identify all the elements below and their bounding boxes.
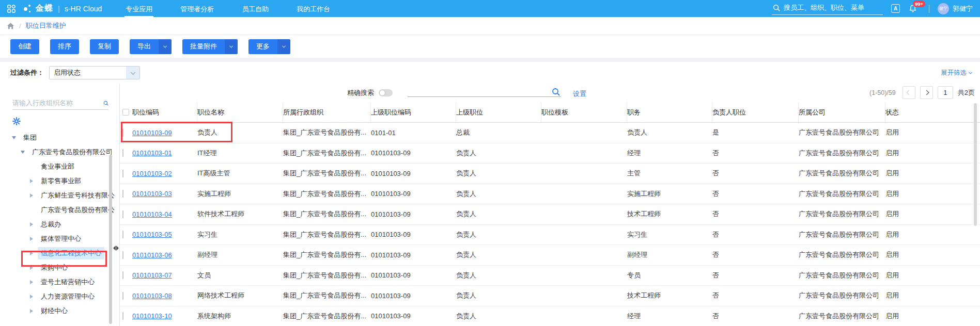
chevron-down-icon[interactable]: [126, 67, 139, 79]
tree-item[interactable]: 人力资源管理中心: [0, 289, 119, 304]
position-code-link[interactable]: 01010103-02: [132, 170, 172, 177]
tree-expanded-icon[interactable]: [11, 136, 17, 139]
tree-item[interactable]: 广东壹号食品股份有限公: [0, 203, 119, 217]
table-cell: 广东壹号食品股份有限公司: [799, 209, 885, 219]
search-settings-link[interactable]: 设置: [573, 89, 586, 99]
tree-collapsed-icon[interactable]: [29, 280, 34, 284]
tree-collapsed-icon[interactable]: [29, 222, 34, 226]
row-checkbox[interactable]: [122, 129, 123, 137]
apps-grid-icon[interactable]: [7, 5, 15, 13]
tree-item[interactable]: 信息化工程技术中心: [0, 246, 119, 260]
toolbar-button[interactable]: 批量附件: [182, 39, 238, 54]
column-header[interactable]: 上级职位: [456, 102, 541, 122]
language-icon[interactable]: A: [891, 4, 900, 13]
sidebar-scrollbar[interactable]: [109, 155, 112, 324]
page-number-input[interactable]: [938, 86, 953, 99]
user-menu[interactable]: 健宁 郭健宁: [938, 3, 973, 14]
tree-item[interactable]: 广东壹号食品股份有限公司: [0, 145, 119, 159]
row-checkbox[interactable]: [122, 210, 123, 218]
tree-collapsed-icon[interactable]: [29, 193, 34, 198]
cell-position-code: 01010103-07: [132, 271, 197, 279]
tree-item[interactable]: 壹号土猪营销中心: [0, 275, 119, 289]
column-header[interactable]: 状态: [885, 102, 980, 122]
search-icon[interactable]: [103, 100, 108, 107]
chevron-down-icon[interactable]: [159, 39, 172, 54]
breadcrumb-page-title[interactable]: 职位日常维护: [26, 21, 66, 30]
tree-collapsed-icon[interactable]: [29, 237, 34, 241]
column-header[interactable]: 职位名称: [197, 102, 283, 122]
search-icon[interactable]: [552, 88, 560, 96]
column-header[interactable]: 所属行政组织: [283, 102, 371, 122]
position-code-link[interactable]: 01010103-09: [132, 129, 172, 137]
table-cell: 主管: [627, 169, 712, 178]
tree-item[interactable]: 广东鲜生壹号科技有限公: [0, 188, 119, 203]
tree-item[interactable]: 总裁办: [0, 217, 119, 232]
position-code-link[interactable]: 01010103-06: [132, 251, 172, 259]
position-code-link[interactable]: 01010103-03: [132, 190, 172, 198]
toolbar-button[interactable]: 排序: [50, 39, 79, 54]
avatar[interactable]: 健宁: [938, 3, 949, 14]
row-checkbox[interactable]: [122, 292, 123, 300]
chevron-down-icon[interactable]: [277, 39, 290, 54]
toolbar-button[interactable]: 复制: [90, 39, 119, 54]
sidebar-splitter-handle[interactable]: [113, 246, 119, 251]
tree-item[interactable]: 媒体管理中心: [0, 232, 119, 246]
tree-item[interactable]: 财经中心: [0, 304, 119, 318]
chevron-down-icon[interactable]: [225, 39, 238, 54]
nav-menu-item[interactable]: 管理者分析: [179, 1, 215, 17]
tree-expanded-icon[interactable]: [20, 151, 25, 154]
position-code-link[interactable]: 01010103-10: [132, 312, 172, 320]
tree-item[interactable]: 采购中心: [0, 260, 119, 275]
position-code-link[interactable]: 01010103-05: [132, 231, 172, 238]
tree-item[interactable]: 新零售事业部: [0, 174, 119, 188]
column-header[interactable]: 上级职位编码: [371, 102, 456, 122]
home-icon[interactable]: [7, 22, 14, 30]
notification-badge: 99+: [913, 1, 925, 7]
column-header[interactable]: 职位模板: [541, 102, 627, 122]
select-all-checkbox[interactable]: [122, 109, 129, 116]
expand-filter-link[interactable]: 展开筛选: [941, 69, 972, 77]
position-code-link[interactable]: 01010103-08: [132, 292, 172, 300]
table-cell: 广东壹号食品股份有限公司: [799, 128, 885, 137]
global-search-placeholder: 搜员工、组织、职位、菜单: [784, 3, 864, 12]
row-checkbox[interactable]: [122, 312, 123, 320]
table-cell: 实习生: [197, 230, 283, 239]
tree-collapsed-icon[interactable]: [29, 309, 34, 313]
tree-collapsed-icon[interactable]: [29, 179, 34, 183]
nav-menu-item[interactable]: 我的工作台: [295, 1, 331, 17]
tree-collapsed-icon[interactable]: [29, 266, 34, 270]
settings-gear-icon[interactable]: [12, 117, 21, 125]
toolbar-button[interactable]: 更多: [248, 39, 290, 54]
nav-menu-item[interactable]: 员工自助: [241, 1, 270, 17]
precise-search-toggle[interactable]: [379, 89, 393, 96]
org-search[interactable]: [12, 99, 108, 110]
row-checkbox[interactable]: [122, 231, 123, 238]
row-checkbox[interactable]: [122, 190, 123, 198]
row-checkbox[interactable]: [122, 271, 123, 279]
column-header[interactable]: 负责人职位: [712, 102, 799, 122]
tree-collapsed-icon[interactable]: [29, 295, 34, 299]
filter-select[interactable]: 启用状态: [49, 66, 140, 79]
prev-page-button[interactable]: [903, 86, 915, 99]
nav-menu-item[interactable]: 专业应用: [125, 1, 153, 17]
next-page-button[interactable]: [920, 86, 933, 99]
notifications-button[interactable]: 99+: [908, 4, 917, 13]
row-checkbox[interactable]: [122, 251, 123, 259]
global-search[interactable]: 搜员工、组织、职位、菜单: [772, 2, 883, 15]
row-checkbox[interactable]: [122, 149, 123, 157]
tree-item[interactable]: 集团: [0, 131, 119, 145]
position-code-link[interactable]: 01010103-04: [132, 210, 172, 218]
table-search-input[interactable]: [408, 87, 561, 97]
tree-item[interactable]: 禽业事业部: [0, 159, 119, 174]
position-code-link[interactable]: 01010103-01: [132, 149, 172, 157]
row-checkbox[interactable]: [122, 170, 123, 177]
column-header[interactable]: 职务: [627, 102, 712, 122]
org-search-input[interactable]: [12, 99, 103, 107]
toolbar-button[interactable]: 创建: [10, 39, 39, 54]
column-header[interactable]: 所属公司: [799, 102, 885, 122]
table-scrollbar[interactable]: [974, 103, 977, 226]
toolbar-button[interactable]: 导出: [130, 39, 172, 54]
column-header[interactable]: 职位编码: [132, 102, 197, 122]
tree-collapsed-icon[interactable]: [29, 251, 34, 255]
position-code-link[interactable]: 01010103-07: [132, 271, 172, 279]
